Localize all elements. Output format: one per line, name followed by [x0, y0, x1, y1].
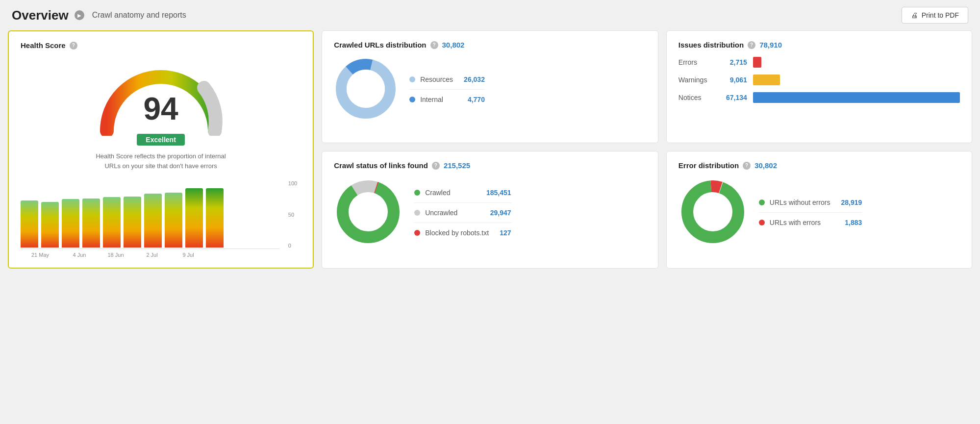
health-score-title: Health Score ? [21, 41, 301, 50]
bar-col-6 [124, 180, 141, 248]
svg-point-2 [347, 70, 385, 108]
bar-col-2 [41, 180, 59, 248]
crawled-urls-help-icon[interactable]: ? [430, 41, 438, 49]
page-title: Overview [12, 8, 69, 23]
bar-col-7 [144, 180, 162, 248]
with-errors-label: URLs with errors [770, 219, 834, 226]
warnings-bar-wrap [753, 75, 960, 85]
without-errors-label: URLs without errors [770, 199, 830, 206]
legend-crawled: Crawled 185,451 [414, 189, 511, 197]
bar-col-4 [82, 180, 100, 248]
error-distribution-title: Error distribution ? 30,802 [678, 161, 960, 170]
crawl-status-title: Crawl status of links found ? 215,525 [334, 161, 646, 170]
health-score-help-icon[interactable]: ? [70, 42, 77, 50]
uncrawled-label: Uncrawled [425, 209, 479, 217]
health-score-section: 94 Excellent Health Score reflects the p… [21, 53, 301, 258]
crawl-status-card: Crawl status of links found ? 215,525 [322, 151, 658, 269]
bar-col-3 [62, 180, 79, 248]
crawled-urls-donut [334, 57, 398, 122]
bar-chart-area: 100 50 0 [21, 180, 279, 249]
with-errors-dot [759, 220, 765, 225]
print-to-pdf-button[interactable]: 🖨 Print to PDF [902, 7, 968, 24]
issues-count: 78,910 [759, 41, 782, 49]
header-left: Overview ▶ Crawl anatomy and reports [12, 8, 186, 23]
issue-row-errors: Errors 2,715 [678, 57, 960, 68]
resources-label: Resources [420, 75, 453, 83]
errors-label: Errors [678, 58, 714, 66]
x-label-21may: 21 May [21, 252, 60, 258]
chart-wrapper: 100 50 0 21 May 4 Jun 18 Jun 2 Jul 9 Jul [21, 180, 301, 258]
x-label-4jun: 4 Jun [63, 252, 96, 258]
notices-label: Notices [678, 94, 714, 101]
print-label: Print to PDF [922, 11, 959, 19]
bar-col-10 [206, 180, 224, 248]
crawl-status-legend: Crawled 185,451 Uncrawled 29,947 Blocked… [414, 189, 511, 237]
issues-distribution-card: Issues distribution ? 78,910 Errors 2,71… [666, 30, 972, 143]
bar-col-1 [21, 180, 38, 248]
resources-dot [409, 76, 415, 82]
print-icon: 🖨 [911, 11, 918, 19]
breadcrumb-play-icon: ▶ [75, 10, 84, 20]
crawl-status-count: 215,525 [444, 161, 470, 170]
error-donut [678, 177, 747, 248]
crawled-urls-legend: Resources 26,032 Internal 4,770 [409, 75, 485, 103]
issue-row-notices: Notices 67,134 [678, 92, 960, 103]
notices-bar-wrap [753, 92, 960, 103]
notices-bar [753, 92, 960, 103]
crawled-urls-donut-section: Resources 26,032 Internal 4,770 [334, 57, 646, 122]
bar-col-5 [103, 180, 121, 248]
blocked-dot [414, 230, 420, 236]
issue-row-warnings: Warnings 9,061 [678, 75, 960, 85]
issues-distribution-title: Issues distribution ? 78,910 [678, 41, 960, 49]
bar-y-labels: 100 50 0 [288, 180, 297, 249]
errors-bar [753, 57, 761, 68]
legend-with-errors: URLs with errors 1,883 [759, 219, 862, 226]
legend-uncrawled: Uncrawled 29,947 [414, 209, 511, 217]
legend-resources: Resources 26,032 [409, 75, 485, 83]
crawl-status-donut [334, 177, 402, 248]
notices-value: 67,134 [720, 94, 747, 101]
uncrawled-dot [414, 210, 420, 216]
with-errors-value: 1,883 [845, 219, 862, 226]
without-errors-value: 28,919 [841, 199, 862, 206]
warnings-label: Warnings [678, 76, 714, 84]
blocked-value: 127 [500, 229, 511, 237]
x-label-9jul: 9 Jul [172, 252, 205, 258]
legend-without-errors: URLs without errors 28,919 [759, 199, 862, 206]
crawled-urls-title: Crawled URLs distribution ? 30,802 [334, 41, 646, 49]
blocked-label: Blocked by robots.txt [425, 229, 489, 237]
health-score-card: Health Score ? [8, 30, 314, 269]
bar-x-labels: 21 May 4 Jun 18 Jun 2 Jul 9 Jul [21, 252, 279, 258]
breadcrumb: Crawl anatomy and reports [92, 11, 186, 20]
y-label-0: 0 [288, 243, 297, 249]
issues-rows: Errors 2,715 Warnings 9,061 Notices 67,1… [678, 57, 960, 103]
legend-blocked: Blocked by robots.txt 127 [414, 229, 511, 237]
y-label-100: 100 [288, 180, 297, 186]
crawl-status-donut-section: Crawled 185,451 Uncrawled 29,947 Blocked… [334, 177, 646, 248]
error-distribution-legend: URLs without errors 28,919 URLs with err… [759, 199, 862, 226]
crawled-urls-count: 30,802 [442, 41, 465, 49]
without-errors-dot [759, 200, 765, 205]
internal-value: 4,770 [468, 96, 485, 103]
legend-internal: Internal 4,770 [409, 96, 485, 103]
crawled-label: Crawled [425, 189, 476, 197]
bar-col-8 [165, 180, 182, 248]
errors-bar-wrap [753, 57, 960, 68]
health-score-chart: 100 50 0 21 May 4 Jun 18 Jun 2 Jul 9 Jul [21, 180, 301, 258]
crawled-value: 185,451 [486, 189, 511, 197]
crawl-status-help-icon[interactable]: ? [432, 162, 440, 170]
x-label-18jun: 18 Jun [99, 252, 132, 258]
crawled-dot [414, 190, 420, 196]
error-distribution-count: 30,802 [754, 161, 777, 170]
header: Overview ▶ Crawl anatomy and reports 🖨 P… [0, 0, 980, 30]
warnings-bar [753, 75, 780, 85]
warnings-value: 9,061 [720, 76, 747, 84]
health-score-description: Health Score reflects the proportion of … [92, 151, 229, 171]
svg-point-9 [694, 193, 731, 230]
issues-help-icon[interactable]: ? [748, 41, 755, 49]
bar-col-9 [185, 180, 203, 248]
uncrawled-value: 29,947 [490, 209, 511, 217]
resources-value: 26,032 [464, 75, 485, 83]
error-distribution-help-icon[interactable]: ? [743, 162, 751, 170]
crawled-urls-card: Crawled URLs distribution ? 30,802 Resou… [322, 30, 658, 143]
